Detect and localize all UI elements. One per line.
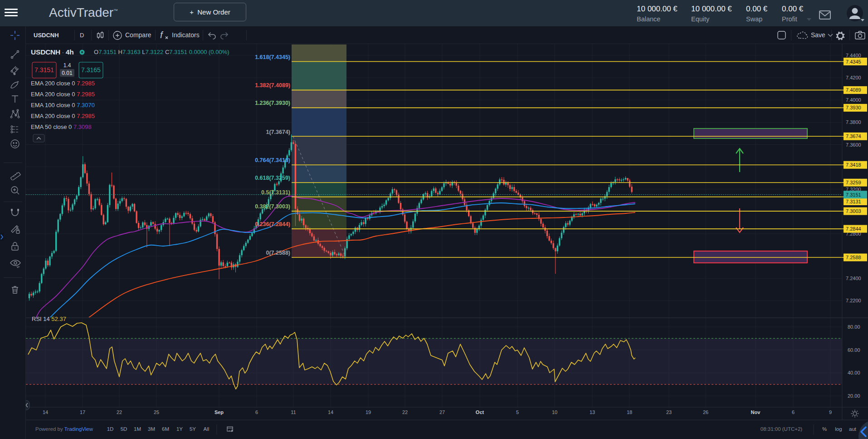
svg-text:1M: 1M xyxy=(134,426,141,432)
svg-text:14: 14 xyxy=(328,409,333,415)
svg-text:Nov: Nov xyxy=(751,409,761,415)
svg-text:0(7.2588): 0(7.2588) xyxy=(266,250,290,256)
svg-text:0.236(7.2844): 0.236(7.2844) xyxy=(255,221,290,227)
svg-text:EMA 200 close 0 7.2985: EMA 200 close 0 7.2985 xyxy=(31,80,95,87)
svg-text:1Y: 1Y xyxy=(176,426,183,432)
svg-text:7.3800: 7.3800 xyxy=(846,119,861,125)
svg-text:7.4200: 7.4200 xyxy=(846,75,861,80)
svg-text:14: 14 xyxy=(43,409,48,415)
svg-text:All: All xyxy=(204,426,210,432)
svg-text:1.236(7.3930): 1.236(7.3930) xyxy=(255,100,290,106)
svg-text:log: log xyxy=(835,426,842,432)
svg-text:EMA 50 close 0 7.3098: EMA 50 close 0 7.3098 xyxy=(31,123,92,130)
svg-text:7.4089: 7.4089 xyxy=(846,87,861,93)
svg-text:10: 10 xyxy=(552,409,557,415)
svg-text:5D: 5D xyxy=(121,426,127,432)
svg-text:0.01: 0.01 xyxy=(62,70,73,76)
svg-text:Sep: Sep xyxy=(215,409,224,415)
svg-text:22: 22 xyxy=(117,409,122,415)
svg-text:7.2200: 7.2200 xyxy=(846,298,861,303)
svg-text:Powered by TradingView: Powered by TradingView xyxy=(35,426,93,432)
svg-text:USDCNH · 4h: USDCNH · 4h xyxy=(31,48,73,56)
svg-text:EMA 200 close 0 7.2985: EMA 200 close 0 7.2985 xyxy=(31,113,95,119)
svg-text:7.3151: 7.3151 xyxy=(846,192,861,197)
svg-text:O7.3151 H7.3163 L7.3122 C7.315: O7.3151 H7.3163 L7.3122 C7.3151 0.0000 (… xyxy=(94,49,229,55)
svg-text:18: 18 xyxy=(627,409,632,415)
svg-text:6M: 6M xyxy=(162,426,169,432)
svg-text:6: 6 xyxy=(255,409,258,415)
svg-text:7.3930: 7.3930 xyxy=(846,105,861,110)
svg-text:7.3151: 7.3151 xyxy=(34,66,54,74)
svg-text:EMA 100 close 0 7.3070: EMA 100 close 0 7.3070 xyxy=(31,102,95,109)
svg-text:aut: aut xyxy=(849,426,857,432)
svg-text:7.3131: 7.3131 xyxy=(846,199,861,204)
svg-text:7.4345: 7.4345 xyxy=(846,59,861,64)
svg-text:0.764(7.3418): 0.764(7.3418) xyxy=(255,157,290,163)
svg-text:20.00: 20.00 xyxy=(848,393,860,399)
svg-text:%: % xyxy=(822,426,827,432)
svg-text:22: 22 xyxy=(402,409,408,415)
svg-text:17: 17 xyxy=(80,409,85,415)
svg-text:1.4: 1.4 xyxy=(63,62,71,69)
svg-text:Oct: Oct xyxy=(476,409,484,415)
svg-text:7.3418: 7.3418 xyxy=(846,162,861,168)
svg-text:11: 11 xyxy=(291,409,296,415)
svg-text:6: 6 xyxy=(792,409,795,415)
svg-text:9: 9 xyxy=(829,409,832,415)
svg-text:7.2844: 7.2844 xyxy=(846,226,861,232)
svg-text:27: 27 xyxy=(439,409,445,415)
svg-text:1D: 1D xyxy=(107,426,114,432)
svg-text:7.4400: 7.4400 xyxy=(846,53,861,58)
svg-text:5Y: 5Y xyxy=(190,426,196,432)
svg-text:1(7.3674): 1(7.3674) xyxy=(266,129,290,135)
svg-text:RSI 14 52.37: RSI 14 52.37 xyxy=(32,316,66,322)
svg-text:25: 25 xyxy=(154,409,159,415)
svg-text:7.2400: 7.2400 xyxy=(846,276,861,281)
svg-text:0.618(7.3259): 0.618(7.3259) xyxy=(255,175,290,181)
svg-text:7.2588: 7.2588 xyxy=(846,255,861,260)
svg-text:40.00: 40.00 xyxy=(848,370,860,375)
svg-text:80.00: 80.00 xyxy=(848,324,860,330)
svg-text:7.3600: 7.3600 xyxy=(846,142,861,148)
svg-text:7.3259: 7.3259 xyxy=(846,180,861,185)
svg-text:7.4000: 7.4000 xyxy=(846,97,861,103)
svg-text:7.3165: 7.3165 xyxy=(81,66,101,74)
svg-text:0.382(7.3003): 0.382(7.3003) xyxy=(255,203,290,210)
svg-text:EMA 200 close 0 7.2985: EMA 200 close 0 7.2985 xyxy=(31,91,95,98)
svg-text:19: 19 xyxy=(366,409,371,415)
svg-text:7.3674: 7.3674 xyxy=(846,133,861,139)
svg-text:5: 5 xyxy=(516,409,519,415)
svg-text:f: f xyxy=(160,30,164,40)
svg-text:23: 23 xyxy=(666,409,672,415)
svg-text:1.618(7.4345): 1.618(7.4345) xyxy=(255,54,290,60)
svg-text:08:31:00 (UTC+2): 08:31:00 (UTC+2) xyxy=(761,426,803,432)
svg-text:26: 26 xyxy=(703,409,708,415)
svg-text:3M: 3M xyxy=(148,426,155,432)
svg-text:7.3003: 7.3003 xyxy=(846,208,861,214)
svg-text:13: 13 xyxy=(590,409,595,415)
svg-text:0.5(7.3131): 0.5(7.3131) xyxy=(261,189,290,196)
svg-text:1.382(7.4089): 1.382(7.4089) xyxy=(255,82,290,89)
svg-text:60.00: 60.00 xyxy=(848,347,860,353)
